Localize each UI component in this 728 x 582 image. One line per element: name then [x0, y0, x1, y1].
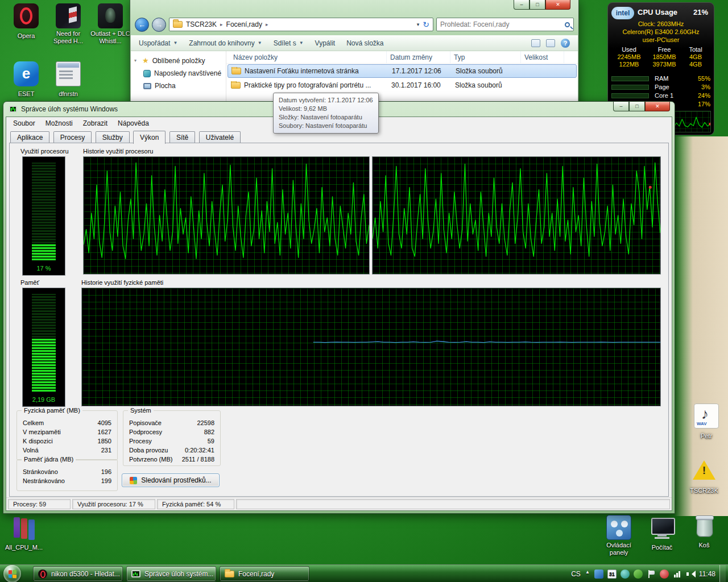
group-title: Fyzická paměť (MB)	[22, 407, 82, 414]
tab-performance[interactable]: Výkon	[133, 131, 166, 144]
file-date: 17.1.2017 12:06	[388, 67, 452, 75]
meter-bar	[611, 76, 649, 81]
burn-button[interactable]: Vypálit	[315, 39, 336, 47]
file-type: Složka souborů	[452, 67, 523, 75]
meter-bar	[611, 85, 649, 90]
share-with-button[interactable]: Sdílet s▼	[274, 39, 304, 47]
folder-icon	[173, 21, 183, 28]
back-button[interactable]: ←	[135, 18, 149, 32]
desktop-icon-eset[interactable]: ESET	[5, 61, 48, 98]
physical-memory-group: Fyzická paměť (MB) Celkem4095 V mezipamě…	[16, 410, 118, 460]
status-processes: Procesy: 59	[8, 499, 71, 509]
breadcrumb-segment[interactable]: Focení,rady	[226, 20, 262, 28]
tab-users[interactable]: Uživatelé	[199, 131, 241, 144]
breadcrumb-segment[interactable]: TSCR23K	[186, 20, 217, 28]
desktop-icon-label: All_CPU_M...	[5, 544, 43, 551]
network-icon[interactable]	[673, 569, 682, 579]
tray-app-icon[interactable]	[594, 569, 603, 579]
menu-file[interactable]: Soubor	[8, 118, 40, 128]
menu-help[interactable]: Nápověda	[113, 118, 154, 128]
language-indicator[interactable]: CS	[571, 570, 581, 578]
column-header-date-modified[interactable]: Datum změny	[387, 51, 450, 63]
desktop-icon-all-cpu-meter[interactable]: All_CPU_M...	[2, 515, 46, 552]
status-physical-memory: Fyzická paměť: 54 %	[157, 499, 234, 509]
warning-triangle-icon	[692, 458, 717, 483]
taskbar-clock[interactable]: 11:48	[699, 570, 715, 578]
folder-icon	[231, 82, 241, 89]
menu-view[interactable]: Zobrazit	[78, 118, 113, 128]
cpu-gauge-value: 17 %	[23, 265, 65, 272]
desktop-icon-recycle-bin[interactable]: Koš	[682, 513, 726, 550]
desktop-icon-control-panel[interactable]: Ovládací panely	[597, 515, 640, 557]
maximize-button[interactable]: □	[629, 102, 645, 111]
desktop-icon-need-for-speed[interactable]: Need for Speed H...	[47, 3, 90, 45]
expand-arrow-icon[interactable]: ▾	[134, 58, 139, 63]
new-folder-button[interactable]: Nová složka	[346, 39, 383, 47]
sidebar-item-favorites[interactable]: ▾ ★ Oblíbené položky	[131, 54, 226, 67]
task-manager-body: Soubor Možnosti Zobrazit Nápověda Aplika…	[6, 117, 672, 511]
maximize-button[interactable]: □	[530, 0, 545, 10]
action-center-icon[interactable]	[647, 569, 656, 579]
include-in-library-button[interactable]: Zahrnout do knihovny▼	[189, 39, 262, 47]
desktop-icon-label: dfnrstn	[59, 90, 78, 98]
column-header-name[interactable]: Název položky	[226, 51, 387, 63]
column-header-type[interactable]: Typ	[450, 51, 521, 63]
start-button[interactable]	[3, 565, 21, 582]
tab-processes[interactable]: Procesy	[53, 131, 92, 144]
aero-peek-button[interactable]	[719, 565, 726, 582]
desktop-icon-petr-wav[interactable]: Petr	[685, 404, 728, 440]
desktop-icon-computer[interactable]: Počítač	[640, 515, 684, 552]
chevron-down-icon: ▼	[173, 40, 177, 45]
minimize-button[interactable]: –	[514, 0, 530, 10]
taskbar-button-folder[interactable]: Focení,rady	[220, 566, 309, 581]
tab-services[interactable]: Služby	[96, 131, 130, 144]
tray-app-icon[interactable]	[660, 569, 669, 579]
forward-button[interactable]: →	[152, 18, 166, 32]
change-view-icon[interactable]	[531, 39, 540, 47]
column-header-size[interactable]: Velikost	[521, 51, 564, 63]
desktop-monitor-icon	[143, 83, 151, 89]
desktop-icon-tscr23k[interactable]: TSCR23K	[682, 458, 726, 495]
show-hidden-icons-button[interactable]: ▲	[585, 569, 590, 579]
breadcrumb[interactable]: TSCR23K ▸ Focení,rady ▸ ▾ ↻	[169, 18, 433, 31]
file-date: 30.1.2017 16:00	[388, 81, 452, 89]
sidebar-item-recent-places[interactable]: Naposledy navštívené	[131, 67, 226, 80]
meter-label: Page	[655, 84, 701, 90]
cpu-history-graph-1	[83, 156, 370, 275]
antivirus-tray-icon[interactable]	[634, 569, 643, 579]
refresh-icon[interactable]: ↻	[423, 20, 429, 29]
search-input[interactable]	[440, 20, 565, 28]
organize-button[interactable]: Uspořádat▼	[139, 39, 177, 47]
tab-networking[interactable]: Sítě	[169, 131, 195, 144]
file-row-selected[interactable]: Nastavení Foťáku internetová stránka 17.…	[228, 64, 577, 78]
sidebar-item-desktop[interactable]: Plocha	[131, 80, 226, 92]
tray-app-icon[interactable]	[621, 569, 630, 579]
volume-icon[interactable]	[686, 569, 695, 579]
resource-monitor-icon	[130, 477, 137, 484]
taskbar-button-opera[interactable]: nikon d5300 - Hledat...	[33, 566, 123, 581]
desktop-icon-label: ESET	[18, 90, 35, 98]
close-button[interactable]: ✕	[545, 0, 570, 10]
help-icon[interactable]: ?	[561, 39, 570, 48]
taskbar-button-task-manager[interactable]: Správce úloh systém...	[126, 566, 216, 581]
desktop-icon-opera[interactable]: Opera	[5, 3, 48, 40]
close-button[interactable]: ✕	[645, 102, 670, 111]
group-title: Systém	[128, 407, 154, 414]
desktop-icon-outlast[interactable]: Outlast + DLC Whistl...	[89, 3, 132, 45]
recent-places-icon	[143, 70, 151, 77]
address-dropdown-icon[interactable]: ▾	[417, 22, 420, 27]
tab-applications[interactable]: Aplikace	[10, 131, 49, 144]
minimize-button[interactable]: –	[613, 102, 629, 111]
file-row[interactable]: Praktické tipy pro fotografování portrét…	[228, 78, 577, 92]
calendar-tray-icon[interactable]: 31	[607, 569, 617, 579]
search-box[interactable]	[436, 18, 574, 31]
resource-monitor-button[interactable]: Sledování prostředků...	[122, 473, 220, 487]
table-header: Free	[647, 46, 682, 53]
menu-options[interactable]: Možnosti	[40, 118, 78, 128]
preview-pane-icon[interactable]	[546, 39, 555, 47]
chevron-down-icon: ▼	[258, 40, 262, 45]
memory-gauge-label: Paměť	[20, 279, 39, 286]
desktop-icon-dfnrstn[interactable]: dfnrstn	[47, 61, 90, 98]
computer-icon	[650, 515, 675, 540]
tooltip-line: Datum vytvoření: 17.1.2017 12:06	[279, 96, 373, 105]
